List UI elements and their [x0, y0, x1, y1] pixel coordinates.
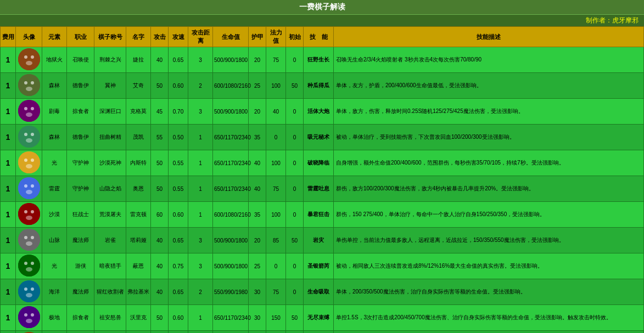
- cell-hp: 500/900/1800: [213, 99, 249, 125]
- page-wrapper: 一费棋子解读 制作者：虎牙摩邪: [0, 0, 644, 333]
- th-element: 元素: [42, 27, 67, 47]
- author-bar: 制作者：虎牙摩邪: [0, 15, 644, 26]
- cell-skill: 暴君狂击: [304, 202, 334, 228]
- cell-desc: 单伤单控，当前法力值最多敌人，远程退离，近战拉近，150/350/550魔法伤害…: [334, 228, 644, 253]
- cell-range: 2: [188, 279, 213, 305]
- cell-desc: 单体，敌方，伤害，释放时间0.25S随机125/275/425魔法伤害，受法强影…: [334, 99, 644, 125]
- cell-attack: 40: [151, 279, 169, 305]
- cell-init: 0: [286, 202, 304, 228]
- cell-skill: 烁焰之漂: [304, 331, 334, 334]
- cell-element: 沙漠: [42, 202, 67, 228]
- cell-element: 森林: [42, 73, 67, 99]
- svg-point-34: [31, 262, 34, 265]
- cell-attack: 60: [151, 202, 169, 228]
- cell-element: 光: [42, 150, 67, 176]
- cell-range: 2: [188, 73, 213, 99]
- cell-cost: 1: [1, 150, 16, 176]
- svg-point-41: [24, 313, 27, 317]
- cell-armor: 40: [249, 150, 266, 176]
- svg-point-3: [26, 61, 32, 65]
- th-cost: 费用: [1, 27, 16, 47]
- svg-point-24: [18, 203, 40, 225]
- cell-desc: 召唤无生命2/3/4火焰喷射者 3秒共攻击4次每次伤害70/80/90: [334, 47, 644, 73]
- table-row: 1 剧毒掠食者深渊巨口克格莫450.703500/900/180020400活体…: [1, 99, 644, 125]
- svg-point-18: [31, 159, 34, 162]
- cell-magic: 0: [266, 125, 286, 150]
- table-row: 1 地狱火召唤使荆棘之兴婕拉400.653500/900/180020750狂野…: [1, 47, 644, 73]
- cell-desc: 群伤，敌方100/200/300魔法伤害，敌方4秒内被暴击几率提升20%。受法强…: [334, 176, 644, 202]
- cell-atkspd: 0.60: [169, 202, 188, 228]
- cell-name: 艾奇: [126, 73, 151, 99]
- cell-atkspd: 0.65: [169, 228, 188, 253]
- cell-cost: 1: [1, 228, 16, 253]
- cell-job: 刺客: [67, 331, 94, 334]
- cell-attack: 50: [151, 73, 169, 99]
- svg-point-31: [26, 241, 32, 246]
- table-row: 1 山脉魔法师岩雀塔莉娅400.653500/900/1800208550岩灾单…: [1, 228, 644, 253]
- table-container: 费用 头像 元素 职业 棋子称号 名字 攻击 攻速 攻击距离 生命值 护甲 法力…: [0, 26, 644, 333]
- cell-range: 3: [188, 47, 213, 73]
- cell-skill: 无尽束缚: [304, 305, 334, 331]
- svg-point-42: [31, 313, 34, 317]
- svg-point-19: [26, 164, 32, 168]
- cell-job: 游侠: [67, 253, 94, 279]
- th-magic: 法力值: [266, 27, 286, 47]
- svg-point-14: [31, 133, 34, 136]
- cell-avatar: [16, 228, 42, 253]
- cell-init: 0: [286, 125, 304, 150]
- th-init: 初始: [286, 27, 304, 47]
- cell-name: 蔽恩: [126, 253, 151, 279]
- th-symbol: 棋子称号: [94, 27, 126, 47]
- cell-range: 3: [188, 99, 213, 125]
- svg-point-35: [26, 267, 32, 272]
- cell-symbol: 深渊巨口: [94, 99, 126, 125]
- cell-avatar: [16, 150, 42, 176]
- cell-hp: 500/900/1800: [213, 253, 249, 279]
- cell-symbol: 荆棘之兴: [94, 47, 126, 73]
- cell-element: 地狱火: [42, 331, 67, 334]
- author-label: 制作者：虎牙摩邪: [586, 16, 639, 24]
- cell-cost: 1: [1, 279, 16, 305]
- svg-point-17: [24, 159, 27, 162]
- cell-symbol: 暗夜猎手: [94, 253, 126, 279]
- cell-magic: 100: [266, 331, 286, 334]
- cell-name: 内斯特: [126, 150, 151, 176]
- cell-atkspd: 0.60: [169, 73, 188, 99]
- cell-skill: 岩灾: [304, 228, 334, 253]
- svg-point-39: [26, 293, 32, 297]
- cell-armor: 20: [249, 331, 266, 334]
- table-row: 1 雷霆守护神山隐之焰奥恩500.551650/1170/234040750雷霆…: [1, 176, 644, 202]
- cell-desc: 群伤，150 275/400，单体治疗，每命中一个敌人治疗自身150/250/3…: [334, 202, 644, 228]
- cell-skill: 种瓜得瓜: [304, 73, 334, 99]
- cell-job: 德鲁伊: [67, 73, 94, 99]
- cell-element: 海洋: [42, 279, 67, 305]
- cell-armor: 20: [249, 228, 266, 253]
- cell-armor: 20: [249, 47, 266, 73]
- th-job: 职业: [67, 27, 94, 47]
- cell-magic: 100: [266, 150, 286, 176]
- cell-init: 50: [286, 73, 304, 99]
- svg-point-36: [18, 280, 40, 302]
- cell-magic: 75: [266, 279, 286, 305]
- main-table: 费用 头像 元素 职业 棋子称号 名字 攻击 攻速 攻击距离 生命值 护甲 法力…: [0, 26, 644, 333]
- svg-point-8: [18, 100, 40, 122]
- svg-point-11: [26, 112, 32, 117]
- cell-name: 奥恩: [126, 176, 151, 202]
- cell-symbol: 猩红收割者: [94, 279, 126, 305]
- cell-element: 山脉: [42, 228, 67, 253]
- table-row: 1 地狱火刺客皎月女神黛安娜500.701550/990/1980201000烁…: [1, 331, 644, 334]
- cell-desc: 单体，200/350/500魔法伤害，治疗自身实际伤害等额的生命值。受法强影响。: [334, 279, 644, 305]
- svg-point-20: [18, 177, 40, 199]
- svg-point-38: [31, 287, 34, 291]
- th-avatar: 头像: [16, 27, 42, 47]
- cell-hp: 550/990/1980: [213, 279, 249, 305]
- svg-point-15: [26, 138, 32, 143]
- cell-attack: 50: [151, 150, 169, 176]
- cell-armor: 35: [249, 125, 266, 150]
- cell-name: 黛安娜: [126, 331, 151, 334]
- title-bar: 一费棋子解读: [0, 0, 644, 15]
- cell-name: 克格莫: [126, 99, 151, 125]
- cell-name: 婕拉: [126, 47, 151, 73]
- cell-range: 3: [188, 228, 213, 253]
- page-title: 一费棋子解读: [299, 2, 345, 11]
